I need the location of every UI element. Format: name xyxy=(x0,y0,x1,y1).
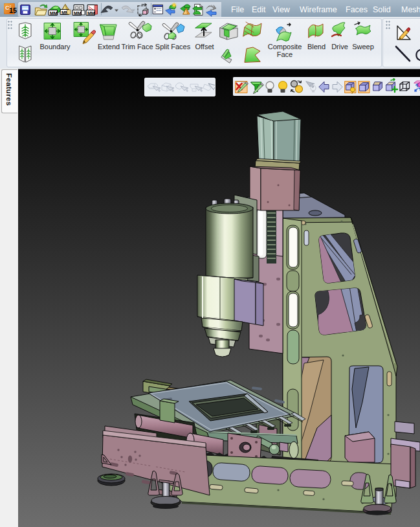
svg-text:MM: MM xyxy=(87,11,95,16)
svg-text:MM: MM xyxy=(50,11,58,16)
svg-text:MM: MM xyxy=(74,11,82,16)
